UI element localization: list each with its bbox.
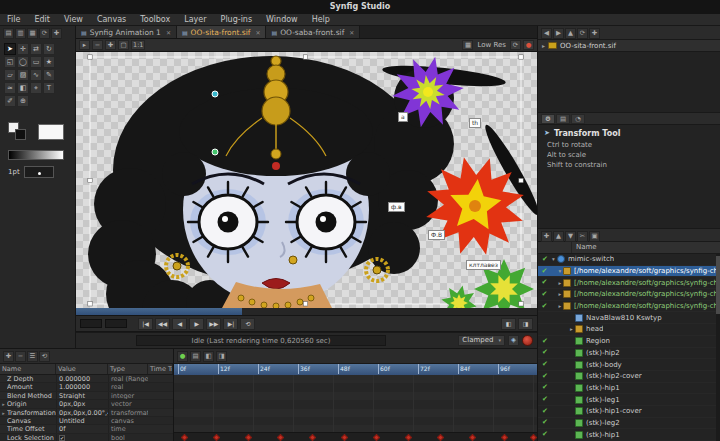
param-row[interactable]: Time Offset0ftime: [0, 425, 173, 433]
keyframe-marker[interactable]: [405, 434, 412, 441]
param-value[interactable]: 0px,0px,0.00°,45px,45px: [56, 409, 108, 416]
past-keyframes-icon[interactable]: ◧: [501, 318, 516, 330]
layer-enabled-checkbox[interactable]: ✔: [540, 254, 550, 265]
layer-row[interactable]: ✔(stk)-hip1-cover: [538, 406, 720, 418]
expander-icon[interactable]: ▸: [568, 326, 575, 332]
param-row[interactable]: Blend MethodStraightinteger: [0, 392, 173, 400]
param-value[interactable]: 0f: [56, 425, 108, 432]
lock-future-keyframe-icon[interactable]: ◨: [216, 351, 227, 362]
close-icon[interactable]: ✕: [255, 29, 260, 36]
param-row[interactable]: Amount1.000000real: [0, 383, 173, 391]
interpolation-select[interactable]: Clamped ▾: [458, 335, 505, 346]
brush-size-label[interactable]: 1pt: [8, 168, 20, 176]
sketch-tool[interactable]: ✐: [4, 95, 16, 107]
group-layer-icon[interactable]: ▣: [589, 231, 600, 242]
loop-button[interactable]: ⟲: [240, 318, 255, 330]
canvas-workarea[interactable]: athф.вФ.Вклтлавез: [76, 52, 537, 308]
keyframe-marker[interactable]: [469, 434, 476, 441]
layer-row[interactable]: ✔▸[/home/alexandre/soft/graphics/synfig-…: [538, 289, 720, 301]
circle-tool[interactable]: ◯: [17, 56, 29, 68]
layer-enabled-checkbox[interactable]: ✔: [540, 359, 550, 370]
layer-row[interactable]: ✔(stk)-hip2: [538, 348, 720, 360]
current-color-swatch[interactable]: [38, 124, 64, 140]
timebar[interactable]: 0f12f24f36f48f60f72f84f96f: [174, 364, 537, 375]
origin-duck[interactable]: [212, 149, 218, 155]
lock-past-keyframe-icon[interactable]: ◧: [203, 351, 214, 362]
keyframe-marker[interactable]: [245, 434, 252, 441]
menu-layer[interactable]: Layer: [177, 14, 213, 26]
layer-enabled-checkbox[interactable]: ✔: [540, 394, 550, 405]
layer-enabled-checkbox[interactable]: ✔: [540, 371, 550, 382]
keyframe-marker[interactable]: [277, 434, 284, 441]
layer-enabled-checkbox[interactable]: ✔: [540, 266, 549, 277]
layer-row[interactable]: ✔▸[/home/alexandre/soft/graphics/synfig-…: [538, 277, 720, 289]
cut-layer-icon[interactable]: ✂: [577, 231, 588, 242]
layer-enabled-checkbox[interactable]: ✔: [540, 336, 550, 347]
save-doc-icon[interactable]: ▦: [27, 28, 38, 39]
raise-layer-icon[interactable]: ▲: [553, 231, 564, 242]
tree-view-icon[interactable]: ☰: [27, 351, 38, 362]
angle-duck[interactable]: [212, 91, 218, 97]
default-gradient-swatch[interactable]: [8, 150, 64, 160]
palette-tab-icon[interactable]: ◔: [571, 114, 585, 124]
menu-edit[interactable]: Edit: [27, 14, 57, 26]
keyframe-marker[interactable]: [213, 434, 220, 441]
zoom-tool[interactable]: ⊕: [17, 95, 29, 107]
keyframe-doc-icon[interactable]: ▤: [190, 351, 201, 362]
navigator-tab-icon[interactable]: ▤: [556, 114, 570, 124]
time-slider[interactable]: [76, 308, 537, 316]
forward-icon[interactable]: ▶: [553, 28, 564, 39]
keyframe-marker[interactable]: [341, 434, 348, 441]
new-doc-icon[interactable]: ▤: [3, 28, 14, 39]
add-icon[interactable]: ✚: [51, 28, 62, 39]
time-begin-field[interactable]: [80, 319, 102, 328]
gradient-tool[interactable]: ▨: [17, 69, 29, 81]
record-indicator-icon[interactable]: ●: [522, 335, 533, 346]
param-value[interactable]: Untitled: [56, 417, 108, 424]
reset-defaults-icon[interactable]: ⟲: [39, 351, 50, 362]
param-value[interactable]: 0.000000: [56, 375, 108, 382]
zoom-actual-icon[interactable]: 1:1: [131, 40, 145, 50]
width-tool[interactable]: ≈: [4, 82, 16, 94]
rectangle-tool[interactable]: ▭: [30, 56, 42, 68]
layer-row[interactable]: ✔▾[/home/alexandre/soft/graphics/synfig-…: [538, 266, 720, 278]
new-folder-icon[interactable]: ✚: [589, 28, 600, 39]
tab-OO-saba-front.sif[interactable]: ▤OO-saba-front.sif✕: [266, 26, 360, 38]
refresh-view-icon[interactable]: ⟳: [510, 40, 521, 50]
layer-enabled-checkbox[interactable]: ✔: [540, 289, 549, 300]
layer-row[interactable]: NavaBlaw810 Kswtyp: [538, 312, 720, 324]
keyframe-marker[interactable]: [530, 434, 537, 441]
layer-row[interactable]: ✔Region: [538, 336, 720, 348]
mirror-tool[interactable]: ⇄: [30, 43, 42, 55]
refresh-icon[interactable]: ⟳: [577, 28, 588, 39]
param-value[interactable]: Straight: [56, 392, 108, 399]
next-frame-button[interactable]: ▶▶: [206, 318, 221, 330]
menu-plugins[interactable]: Plug-ins: [214, 14, 260, 26]
layer-row[interactable]: ✔(stk)-hip1: [538, 429, 720, 441]
keyframe-marker[interactable]: [181, 434, 188, 441]
layer-enabled-checkbox[interactable]: ✔: [540, 277, 549, 288]
layers-scrollbar[interactable]: [716, 254, 720, 441]
expander-icon[interactable]: ▾: [550, 256, 557, 262]
canvas-browser-root-row[interactable]: ▸ OO-sita-front.sif: [538, 40, 720, 52]
expander-icon[interactable]: ▸: [0, 409, 7, 416]
param-row[interactable]: Z Depth0.000000real (Range): [0, 375, 173, 383]
layer-row[interactable]: ✔▾mimic-switch: [538, 254, 720, 266]
layer-row[interactable]: ✔(stk)-body: [538, 359, 720, 371]
up-icon[interactable]: ▲: [565, 28, 576, 39]
param-row[interactable]: ▸Transformation0px,0px,0.00°,45px,45pxtr…: [0, 409, 173, 417]
layer-enabled-checkbox[interactable]: ✔: [540, 382, 550, 393]
zoom-out-icon[interactable]: −: [92, 40, 103, 50]
canvas-menu-caret-icon[interactable]: ▸: [79, 40, 90, 50]
layer-row[interactable]: ▸head: [538, 324, 720, 336]
keyframe-marker[interactable]: [501, 434, 508, 441]
open-doc-icon[interactable]: ▥: [15, 28, 26, 39]
transform-tool[interactable]: ➤: [4, 43, 16, 55]
param-checkbox[interactable]: ✔: [59, 435, 65, 441]
expander-icon[interactable]: ▸: [0, 400, 7, 407]
remove-param-icon[interactable]: −: [15, 351, 26, 362]
tool-options-tab-icon[interactable]: ⚙: [541, 114, 555, 124]
param-value[interactable]: 0px,0px: [56, 400, 108, 407]
seek-begin-button[interactable]: |◀: [138, 318, 153, 330]
tab-OO-sita-front.sif[interactable]: ▤OO-sita-front.sif✕: [177, 26, 267, 38]
